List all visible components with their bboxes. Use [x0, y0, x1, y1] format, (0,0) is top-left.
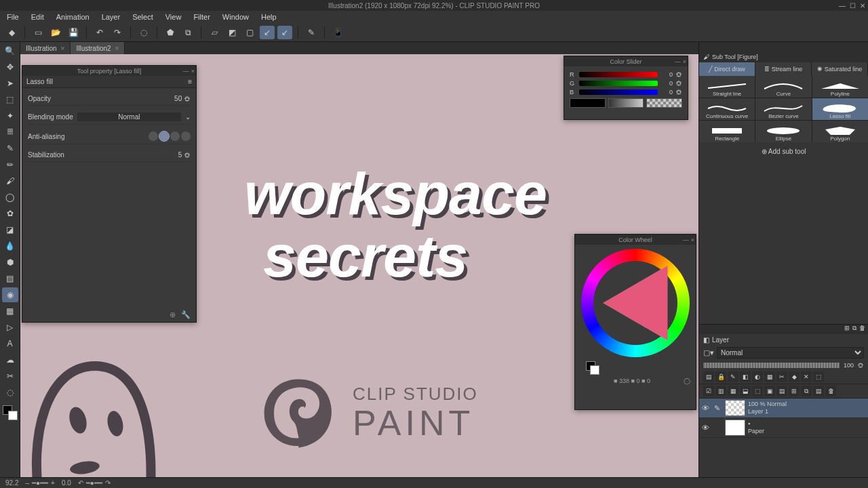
duplicate-icon[interactable]: ⧉ [852, 325, 856, 334]
shape3-icon[interactable]: ▢ [242, 26, 257, 39]
subtool-tab-stream[interactable]: ≣Stream line [755, 62, 812, 76]
g-value[interactable]: 0 [660, 80, 673, 87]
menu-view[interactable]: View [160, 12, 187, 22]
panel-title[interactable]: Tool property [Lasso fill] —× [22, 66, 196, 76]
lbtn[interactable]: ▣ [764, 386, 775, 396]
lbtn[interactable]: 🗑 [825, 386, 836, 396]
panel-close-icon[interactable]: × [683, 58, 686, 65]
background-swatch[interactable] [8, 411, 18, 420]
crop-icon[interactable]: ⧉ [180, 26, 195, 39]
swatch-checker[interactable] [646, 98, 682, 108]
clear-icon[interactable]: ◌ [136, 26, 151, 39]
color-slider-panel[interactable]: Color Slider —× R0⯐ G0⯐ B0⯐ [564, 56, 688, 120]
menu-filter[interactable]: Filter [188, 12, 215, 22]
lbtn[interactable]: ☑ [703, 386, 714, 396]
add-subtool-button[interactable]: ⊕ Add sub tool [699, 142, 868, 161]
zoom-value[interactable]: 92.2 [5, 479, 18, 487]
menu-file[interactable]: File [1, 12, 24, 22]
b-slider[interactable] [579, 89, 658, 95]
menu-layer[interactable]: Layer [96, 12, 126, 22]
trash-icon[interactable]: 🗑 [859, 325, 865, 334]
panel-title[interactable]: Color Wheel —× [575, 235, 696, 245]
smartphone-icon[interactable]: 📱 [330, 26, 345, 39]
lbtn[interactable]: ⬚ [813, 371, 824, 382]
layer-check-icon[interactable]: ▢▾ [703, 348, 714, 357]
new-folder-icon[interactable]: ⊞ [844, 325, 850, 334]
tool-gradient[interactable]: ▤ [2, 271, 18, 286]
tab-illustration[interactable]: Illustration × [20, 42, 71, 54]
lbtn[interactable]: ⬓ [740, 386, 751, 396]
save-icon[interactable]: 💾 [66, 26, 81, 39]
undo-icon[interactable]: ↶ [92, 26, 107, 39]
lbtn[interactable]: ▤ [776, 386, 787, 396]
swatch-black[interactable] [570, 98, 606, 108]
rotation-value[interactable]: 0.0 [62, 479, 71, 487]
subtool-tab-saturated[interactable]: ✺Saturated line [812, 62, 868, 76]
lbtn[interactable]: ◧ [740, 371, 751, 382]
rotate-left-icon[interactable]: ↶ [78, 479, 83, 487]
lbtn[interactable]: ⬚ [752, 386, 763, 396]
layer-thumb[interactable] [725, 400, 745, 416]
lbtn[interactable]: ✂ [776, 371, 787, 382]
visibility-icon[interactable]: 👁 [702, 404, 711, 412]
new-icon[interactable]: ▭ [31, 26, 45, 39]
st-polyline[interactable]: Polyline [812, 76, 868, 98]
color-swatch[interactable] [3, 405, 18, 420]
layer-opacity-slider[interactable] [703, 363, 840, 368]
tool-move[interactable]: ✥ [2, 60, 18, 75]
tool-eyedropper[interactable]: 𝄜 [2, 125, 18, 140]
st-polygon[interactable]: Polygon [812, 121, 868, 142]
lbtn[interactable]: ▦ [764, 371, 775, 382]
minimize-icon[interactable]: — [839, 2, 846, 9]
rotate-slider[interactable]: ━●━━ [86, 479, 102, 487]
zoom-slider[interactable]: ━●━━ [32, 479, 48, 487]
r-value[interactable]: 0 [660, 71, 673, 78]
menu-animation[interactable]: Animation [51, 12, 95, 22]
tool-dot[interactable]: ◌ [2, 385, 18, 400]
lbtn[interactable]: ⊞ [789, 386, 800, 396]
menu-select[interactable]: Select [127, 12, 159, 22]
redo-icon[interactable]: ↷ [110, 26, 125, 39]
st-lasso-fill[interactable]: Lasso fill [812, 98, 868, 120]
fill-icon[interactable]: ⬟ [163, 26, 178, 39]
opacity-value[interactable]: 50 [174, 95, 182, 102]
tool-pen[interactable]: ✎ [2, 141, 18, 156]
tool-airbrush[interactable]: ◯ [2, 190, 18, 205]
tool-correct[interactable]: ✂ [2, 369, 18, 384]
close-icon[interactable]: ✕ [860, 2, 865, 9]
tool-marquee[interactable]: ⬚ [2, 92, 18, 107]
panel-minimize-icon[interactable]: — [183, 68, 189, 75]
st-cont-curve[interactable]: Continuous curve [699, 98, 755, 120]
panel-title[interactable]: Color Slider —× [564, 56, 688, 66]
lbtn[interactable]: ◆ [789, 371, 800, 382]
pen-icon[interactable]: ✎ [304, 26, 319, 39]
b-value[interactable]: 0 [660, 89, 673, 96]
layer-item-1[interactable]: 👁 ✎ 100 % Normal Layer 1 [699, 399, 868, 418]
open-icon[interactable]: 📂 [48, 26, 63, 39]
register-icon[interactable]: ⊕ [170, 310, 176, 319]
tool-ruler[interactable]: ▷ [2, 320, 18, 335]
swatch-grad[interactable] [608, 98, 644, 108]
tool-balloon[interactable]: ☁ [2, 352, 18, 367]
tool-zoom[interactable]: 🔍 [2, 43, 18, 58]
stab-value[interactable]: 5 [178, 151, 182, 159]
menu-help[interactable]: Help [256, 12, 282, 22]
tool-wand[interactable]: ✦ [2, 108, 18, 123]
tool-property-panel[interactable]: Tool property [Lasso fill] —× Lasso fill… [22, 65, 197, 323]
st-bezier[interactable]: Bezier curve [755, 98, 811, 120]
layer-item-paper[interactable]: 👁 ▪ Paper [699, 418, 868, 438]
st-rectangle[interactable]: Rectangle [699, 121, 755, 142]
tool-text[interactable]: A [2, 336, 18, 351]
subtool-tab-direct[interactable]: ╱Direct draw [699, 62, 755, 76]
shape2-icon[interactable]: ◩ [224, 26, 239, 39]
wheel-mode-icon[interactable]: ◯ [684, 378, 690, 384]
lbtn[interactable]: ▥ [715, 386, 726, 396]
lbtn[interactable]: ◐ [752, 371, 763, 382]
tool-eraser[interactable]: ◪ [2, 222, 18, 237]
lbtn[interactable]: ▤ [813, 386, 824, 396]
st-curve[interactable]: Curve [755, 76, 811, 98]
lbtn[interactable]: ⧉ [801, 386, 812, 396]
zoom-out-icon[interactable]: – [25, 479, 29, 487]
layer-thumb[interactable] [725, 420, 745, 436]
lbtn[interactable]: ▦ [728, 386, 738, 396]
